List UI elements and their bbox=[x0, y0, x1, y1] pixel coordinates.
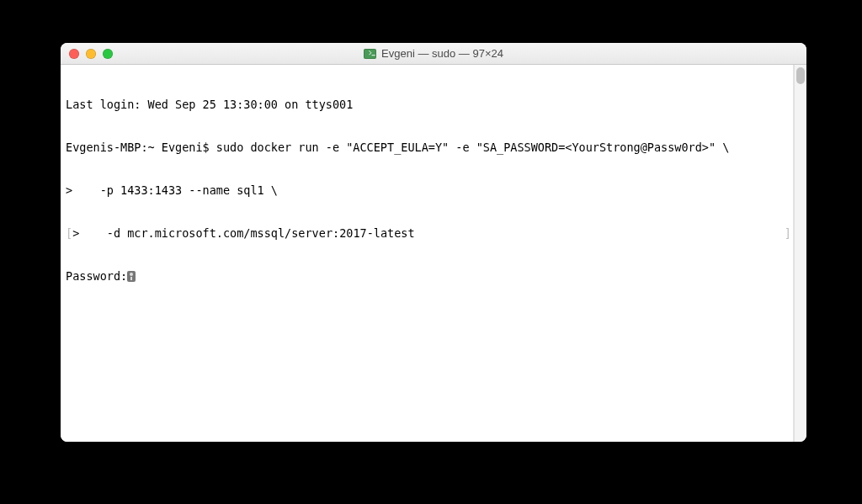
terminal-line: > -p 1433:1433 --name sql1 \ bbox=[66, 183, 788, 198]
window-title: Evgeni — sudo — 97×24 bbox=[61, 43, 806, 64]
zoom-button[interactable] bbox=[103, 49, 113, 59]
bracket-right: ] bbox=[785, 226, 791, 241]
terminal-body[interactable]: Last login: Wed Sep 25 13:30:00 on ttys0… bbox=[61, 65, 794, 442]
terminal-line: Evgenis-MBP:~ Evgeni$ sudo docker run -e… bbox=[66, 141, 788, 155]
terminal-line: [> -d mcr.microsoft.com/mssql/server:201… bbox=[66, 226, 788, 241]
terminal-text: -d mcr.microsoft.com/mssql/server:2017-l… bbox=[79, 226, 414, 240]
scrollbar-thumb[interactable] bbox=[796, 67, 805, 84]
traffic-lights bbox=[61, 49, 113, 59]
bracket-left: [ bbox=[66, 226, 72, 240]
password-prompt-label: Password: bbox=[66, 269, 127, 283]
window-titlebar[interactable]: Evgeni — sudo — 97×24 bbox=[61, 43, 806, 65]
close-button[interactable] bbox=[69, 49, 79, 59]
key-icon bbox=[127, 271, 136, 282]
terminal-line: Last login: Wed Sep 25 13:30:00 on ttys0… bbox=[66, 98, 788, 112]
minimize-button[interactable] bbox=[86, 49, 96, 59]
terminal-window: Evgeni — sudo — 97×24 Last login: Wed Se… bbox=[61, 43, 806, 442]
window-title-text: Evgeni — sudo — 97×24 bbox=[381, 47, 503, 60]
vertical-scrollbar[interactable] bbox=[794, 65, 806, 442]
password-prompt-line: Password: bbox=[66, 269, 788, 284]
terminal-app-icon bbox=[364, 49, 376, 59]
